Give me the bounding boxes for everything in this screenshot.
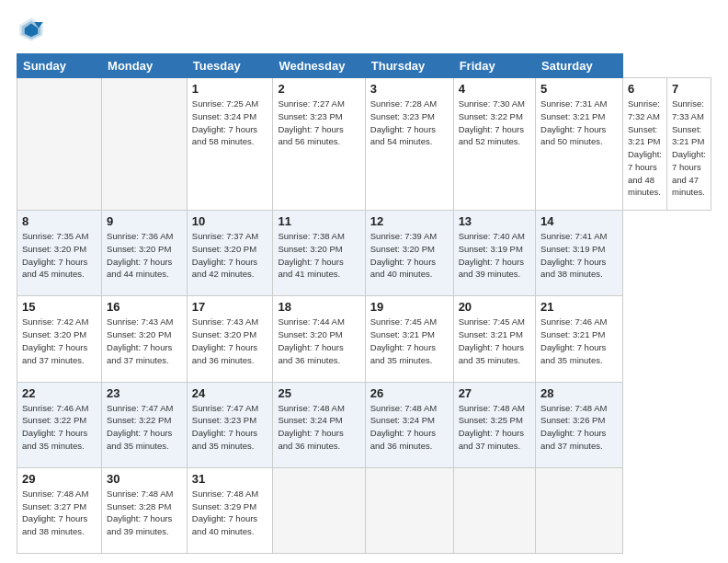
day-cell: 3Sunrise: 7:28 AMSunset: 3:23 PMDaylight… <box>365 78 453 211</box>
day-cell: 29Sunrise: 7:48 AMSunset: 3:27 PMDayligh… <box>17 467 102 553</box>
day-info: Sunrise: 7:48 AMSunset: 3:28 PMDaylight:… <box>107 488 182 538</box>
day-info: Sunrise: 7:31 AMSunset: 3:21 PMDaylight:… <box>540 98 618 148</box>
day-cell: 14Sunrise: 7:41 AMSunset: 3:19 PMDayligh… <box>536 211 623 296</box>
col-header-thursday: Thursday <box>365 54 453 78</box>
day-cell: 9Sunrise: 7:36 AMSunset: 3:20 PMDaylight… <box>102 211 188 296</box>
day-number: 20 <box>459 300 530 314</box>
day-number: 24 <box>192 386 268 400</box>
day-number: 1 <box>192 82 268 96</box>
day-number: 13 <box>459 214 530 228</box>
day-number: 17 <box>192 300 268 314</box>
day-number: 30 <box>107 472 182 486</box>
day-cell <box>273 467 365 553</box>
day-cell: 20Sunrise: 7:45 AMSunset: 3:21 PMDayligh… <box>453 296 535 382</box>
day-info: Sunrise: 7:45 AMSunset: 3:21 PMDaylight:… <box>370 316 449 366</box>
day-cell: 11Sunrise: 7:38 AMSunset: 3:20 PMDayligh… <box>273 211 365 296</box>
col-header-saturday: Saturday <box>536 54 623 78</box>
day-info: Sunrise: 7:43 AMSunset: 3:20 PMDaylight:… <box>192 316 268 366</box>
day-number: 31 <box>192 472 268 486</box>
day-cell <box>453 467 535 553</box>
day-cell: 22Sunrise: 7:46 AMSunset: 3:22 PMDayligh… <box>17 382 102 467</box>
day-cell: 21Sunrise: 7:46 AMSunset: 3:21 PMDayligh… <box>536 296 623 382</box>
logo-icon <box>17 15 46 44</box>
day-cell <box>536 467 623 553</box>
col-header-monday: Monday <box>102 54 188 78</box>
day-number: 21 <box>540 300 618 314</box>
day-info: Sunrise: 7:39 AMSunset: 3:20 PMDaylight:… <box>370 230 449 281</box>
day-number: 8 <box>22 214 97 228</box>
week-row-5: 29Sunrise: 7:48 AMSunset: 3:27 PMDayligh… <box>17 467 711 553</box>
day-info: Sunrise: 7:28 AMSunset: 3:23 PMDaylight:… <box>370 98 449 148</box>
day-number: 28 <box>540 386 618 400</box>
day-cell <box>17 78 102 211</box>
day-cell: 17Sunrise: 7:43 AMSunset: 3:20 PMDayligh… <box>187 296 273 382</box>
day-info: Sunrise: 7:42 AMSunset: 3:20 PMDaylight:… <box>22 316 97 366</box>
day-info: Sunrise: 7:41 AMSunset: 3:19 PMDaylight:… <box>540 230 618 281</box>
day-cell: 28Sunrise: 7:48 AMSunset: 3:26 PMDayligh… <box>536 382 623 467</box>
day-info: Sunrise: 7:43 AMSunset: 3:20 PMDaylight:… <box>107 316 182 366</box>
day-info: Sunrise: 7:48 AMSunset: 3:29 PMDaylight:… <box>192 488 268 538</box>
week-row-4: 22Sunrise: 7:46 AMSunset: 3:22 PMDayligh… <box>17 382 711 467</box>
day-number: 18 <box>278 300 359 314</box>
day-info: Sunrise: 7:32 AMSunset: 3:21 PMDaylight:… <box>628 98 662 199</box>
day-cell <box>365 467 453 553</box>
day-number: 11 <box>278 214 359 228</box>
day-cell: 25Sunrise: 7:48 AMSunset: 3:24 PMDayligh… <box>273 382 365 467</box>
day-info: Sunrise: 7:46 AMSunset: 3:21 PMDaylight:… <box>540 316 618 366</box>
week-row-1: 1Sunrise: 7:25 AMSunset: 3:24 PMDaylight… <box>17 78 711 211</box>
day-cell: 18Sunrise: 7:44 AMSunset: 3:20 PMDayligh… <box>273 296 365 382</box>
day-info: Sunrise: 7:47 AMSunset: 3:23 PMDaylight:… <box>192 402 268 453</box>
day-number: 5 <box>540 82 618 96</box>
day-cell: 26Sunrise: 7:48 AMSunset: 3:24 PMDayligh… <box>365 382 453 467</box>
day-info: Sunrise: 7:37 AMSunset: 3:20 PMDaylight:… <box>192 230 268 281</box>
logo <box>17 15 50 44</box>
day-number: 16 <box>107 300 182 314</box>
week-row-2: 8Sunrise: 7:35 AMSunset: 3:20 PMDaylight… <box>17 211 711 296</box>
header <box>17 15 711 44</box>
day-info: Sunrise: 7:48 AMSunset: 3:24 PMDaylight:… <box>278 402 359 453</box>
day-cell: 13Sunrise: 7:40 AMSunset: 3:19 PMDayligh… <box>453 211 535 296</box>
day-cell: 15Sunrise: 7:42 AMSunset: 3:20 PMDayligh… <box>17 296 102 382</box>
day-cell: 5Sunrise: 7:31 AMSunset: 3:21 PMDaylight… <box>536 78 623 211</box>
calendar-table: SundayMondayTuesdayWednesdayThursdayFrid… <box>17 53 711 554</box>
day-cell: 8Sunrise: 7:35 AMSunset: 3:20 PMDaylight… <box>17 211 102 296</box>
day-number: 25 <box>278 386 359 400</box>
day-cell: 7Sunrise: 7:33 AMSunset: 3:21 PMDaylight… <box>666 78 711 211</box>
day-number: 26 <box>370 386 449 400</box>
day-info: Sunrise: 7:45 AMSunset: 3:21 PMDaylight:… <box>459 316 530 366</box>
day-number: 4 <box>459 82 530 96</box>
day-info: Sunrise: 7:30 AMSunset: 3:22 PMDaylight:… <box>459 98 530 148</box>
day-cell: 24Sunrise: 7:47 AMSunset: 3:23 PMDayligh… <box>187 382 273 467</box>
day-cell: 27Sunrise: 7:48 AMSunset: 3:25 PMDayligh… <box>453 382 535 467</box>
day-info: Sunrise: 7:47 AMSunset: 3:22 PMDaylight:… <box>107 402 182 453</box>
calendar-page: SundayMondayTuesdayWednesdayThursdayFrid… <box>0 0 728 563</box>
day-info: Sunrise: 7:33 AMSunset: 3:21 PMDaylight:… <box>672 98 706 199</box>
day-number: 23 <box>107 386 182 400</box>
day-cell: 30Sunrise: 7:48 AMSunset: 3:28 PMDayligh… <box>102 467 188 553</box>
day-number: 19 <box>370 300 449 314</box>
day-cell <box>102 78 188 211</box>
day-cell: 19Sunrise: 7:45 AMSunset: 3:21 PMDayligh… <box>365 296 453 382</box>
col-header-sunday: Sunday <box>17 54 102 78</box>
day-number: 29 <box>22 472 97 486</box>
day-cell: 12Sunrise: 7:39 AMSunset: 3:20 PMDayligh… <box>365 211 453 296</box>
col-header-wednesday: Wednesday <box>273 54 365 78</box>
day-info: Sunrise: 7:48 AMSunset: 3:25 PMDaylight:… <box>459 402 530 453</box>
day-cell: 4Sunrise: 7:30 AMSunset: 3:22 PMDaylight… <box>453 78 535 211</box>
day-number: 15 <box>22 300 97 314</box>
day-info: Sunrise: 7:44 AMSunset: 3:20 PMDaylight:… <box>278 316 359 366</box>
day-info: Sunrise: 7:48 AMSunset: 3:27 PMDaylight:… <box>22 488 97 538</box>
day-info: Sunrise: 7:35 AMSunset: 3:20 PMDaylight:… <box>22 230 97 281</box>
week-row-3: 15Sunrise: 7:42 AMSunset: 3:20 PMDayligh… <box>17 296 711 382</box>
day-info: Sunrise: 7:46 AMSunset: 3:22 PMDaylight:… <box>22 402 97 453</box>
header-row: SundayMondayTuesdayWednesdayThursdayFrid… <box>17 54 711 78</box>
day-info: Sunrise: 7:48 AMSunset: 3:26 PMDaylight:… <box>540 402 618 453</box>
day-info: Sunrise: 7:40 AMSunset: 3:19 PMDaylight:… <box>459 230 530 281</box>
day-number: 2 <box>278 82 359 96</box>
day-number: 12 <box>370 214 449 228</box>
col-header-friday: Friday <box>453 54 535 78</box>
day-number: 14 <box>540 214 618 228</box>
day-info: Sunrise: 7:36 AMSunset: 3:20 PMDaylight:… <box>107 230 182 281</box>
day-number: 7 <box>672 82 706 96</box>
day-cell: 6Sunrise: 7:32 AMSunset: 3:21 PMDaylight… <box>623 78 667 211</box>
